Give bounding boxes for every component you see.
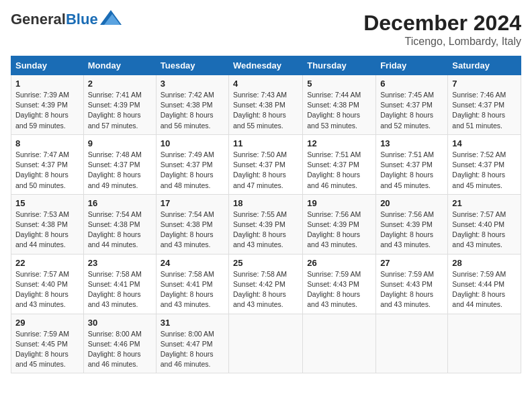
day-number: 27 — [380, 258, 443, 268]
day-info: Sunrise: 8:00 AMSunset: 4:46 PMDaylight:… — [88, 330, 142, 369]
weekday-header: Monday — [83, 56, 156, 75]
day-info: Sunrise: 7:59 AMSunset: 4:44 PMDaylight:… — [452, 270, 506, 309]
calendar-cell: 13 Sunrise: 7:51 AMSunset: 4:37 PMDaylig… — [376, 134, 448, 194]
calendar-cell: 9 Sunrise: 7:48 AMSunset: 4:37 PMDayligh… — [83, 134, 156, 194]
calendar-cell: 7 Sunrise: 7:46 AMSunset: 4:37 PMDayligh… — [448, 75, 521, 135]
calendar-cell: 10 Sunrise: 7:49 AMSunset: 4:37 PMDaylig… — [156, 134, 228, 194]
day-info: Sunrise: 7:41 AMSunset: 4:39 PMDaylight:… — [88, 91, 142, 130]
day-number: 12 — [307, 138, 371, 148]
day-info: Sunrise: 7:57 AMSunset: 4:40 PMDaylight:… — [15, 270, 69, 309]
day-number: 14 — [452, 138, 517, 148]
day-info: Sunrise: 7:49 AMSunset: 4:37 PMDaylight:… — [161, 150, 214, 189]
calendar-cell: 6 Sunrise: 7:45 AMSunset: 4:37 PMDayligh… — [376, 75, 448, 135]
day-info: Sunrise: 7:59 AMSunset: 4:45 PMDaylight:… — [15, 330, 69, 369]
calendar-cell: 29 Sunrise: 7:59 AMSunset: 4:45 PMDaylig… — [11, 314, 84, 373]
calendar-cell: 12 Sunrise: 7:51 AMSunset: 4:37 PMDaylig… — [303, 134, 376, 194]
calendar-cell: 28 Sunrise: 7:59 AMSunset: 4:44 PMDaylig… — [448, 254, 521, 314]
calendar-cell: 21 Sunrise: 7:57 AMSunset: 4:40 PMDaylig… — [448, 194, 521, 254]
day-info: Sunrise: 7:42 AMSunset: 4:38 PMDaylight:… — [161, 91, 214, 130]
calendar-cell — [376, 314, 448, 373]
weekday-header: Sunday — [11, 56, 84, 75]
day-number: 18 — [233, 198, 298, 208]
calendar-week-row: 22 Sunrise: 7:57 AMSunset: 4:40 PMDaylig… — [11, 254, 521, 314]
weekday-header: Wednesday — [229, 56, 303, 75]
day-info: Sunrise: 7:48 AMSunset: 4:37 PMDaylight:… — [88, 150, 142, 189]
day-number: 16 — [88, 198, 152, 208]
day-number: 29 — [15, 318, 79, 328]
calendar-cell: 26 Sunrise: 7:59 AMSunset: 4:43 PMDaylig… — [303, 254, 376, 314]
day-number: 6 — [380, 79, 443, 89]
day-info: Sunrise: 7:52 AMSunset: 4:37 PMDaylight:… — [452, 150, 506, 189]
day-number: 10 — [161, 138, 224, 148]
day-number: 3 — [161, 79, 224, 89]
day-number: 20 — [380, 198, 443, 208]
day-number: 5 — [307, 79, 371, 89]
day-info: Sunrise: 7:44 AMSunset: 4:38 PMDaylight:… — [307, 91, 361, 130]
calendar-cell — [229, 314, 303, 373]
day-number: 22 — [15, 258, 79, 268]
calendar-body: 1 Sunrise: 7:39 AMSunset: 4:39 PMDayligh… — [11, 75, 521, 373]
calendar-cell: 3 Sunrise: 7:42 AMSunset: 4:38 PMDayligh… — [156, 75, 228, 135]
day-number: 1 — [15, 79, 79, 89]
weekday-header: Thursday — [303, 56, 376, 75]
day-number: 23 — [88, 258, 152, 268]
day-number: 17 — [161, 198, 224, 208]
day-number: 25 — [233, 258, 298, 268]
day-info: Sunrise: 7:54 AMSunset: 4:38 PMDaylight:… — [161, 210, 214, 249]
day-info: Sunrise: 7:58 AMSunset: 4:42 PMDaylight:… — [233, 270, 287, 309]
day-number: 15 — [15, 198, 79, 208]
day-number: 2 — [88, 79, 152, 89]
calendar-cell: 20 Sunrise: 7:56 AMSunset: 4:39 PMDaylig… — [376, 194, 448, 254]
calendar-week-row: 15 Sunrise: 7:53 AMSunset: 4:38 PMDaylig… — [11, 194, 521, 254]
calendar-cell: 31 Sunrise: 8:00 AMSunset: 4:47 PMDaylig… — [156, 314, 228, 373]
day-info: Sunrise: 7:46 AMSunset: 4:37 PMDaylight:… — [452, 91, 506, 130]
day-number: 24 — [161, 258, 224, 268]
calendar-week-row: 1 Sunrise: 7:39 AMSunset: 4:39 PMDayligh… — [11, 75, 521, 135]
day-info: Sunrise: 7:58 AMSunset: 4:41 PMDaylight:… — [161, 270, 214, 309]
day-number: 19 — [307, 198, 371, 208]
day-info: Sunrise: 7:59 AMSunset: 4:43 PMDaylight:… — [380, 270, 434, 309]
calendar-cell: 16 Sunrise: 7:54 AMSunset: 4:38 PMDaylig… — [83, 194, 156, 254]
day-number: 13 — [380, 138, 443, 148]
day-number: 30 — [88, 318, 152, 328]
day-info: Sunrise: 7:56 AMSunset: 4:39 PMDaylight:… — [380, 210, 434, 249]
calendar-cell: 4 Sunrise: 7:43 AMSunset: 4:38 PMDayligh… — [229, 75, 303, 135]
day-number: 21 — [452, 198, 517, 208]
logo: GeneralBlue — [11, 11, 122, 28]
calendar-week-row: 8 Sunrise: 7:47 AMSunset: 4:37 PMDayligh… — [11, 134, 521, 194]
logo-blue: Blue — [66, 11, 98, 28]
day-info: Sunrise: 8:00 AMSunset: 4:47 PMDaylight:… — [161, 330, 214, 369]
calendar-cell: 11 Sunrise: 7:50 AMSunset: 4:37 PMDaylig… — [229, 134, 303, 194]
day-number: 4 — [233, 79, 298, 89]
day-number: 9 — [88, 138, 152, 148]
calendar-cell: 5 Sunrise: 7:44 AMSunset: 4:38 PMDayligh… — [303, 75, 376, 135]
day-info: Sunrise: 7:45 AMSunset: 4:37 PMDaylight:… — [380, 91, 434, 130]
calendar-cell: 23 Sunrise: 7:58 AMSunset: 4:41 PMDaylig… — [83, 254, 156, 314]
day-number: 11 — [233, 138, 298, 148]
logo-general: General — [11, 11, 66, 28]
day-info: Sunrise: 7:51 AMSunset: 4:37 PMDaylight:… — [380, 150, 434, 189]
day-number: 7 — [452, 79, 517, 89]
day-number: 28 — [452, 258, 517, 268]
weekday-header: Saturday — [448, 56, 521, 75]
calendar-cell: 1 Sunrise: 7:39 AMSunset: 4:39 PMDayligh… — [11, 75, 84, 135]
day-info: Sunrise: 7:47 AMSunset: 4:37 PMDaylight:… — [15, 150, 69, 189]
calendar-table: SundayMondayTuesdayWednesdayThursdayFrid… — [11, 56, 521, 373]
day-info: Sunrise: 7:43 AMSunset: 4:38 PMDaylight:… — [233, 91, 287, 130]
logo-icon — [100, 10, 122, 25]
title-area: December 2024 Ticengo, Lombardy, Italy — [363, 11, 521, 48]
weekday-header-row: SundayMondayTuesdayWednesdayThursdayFrid… — [11, 56, 521, 75]
month-title: December 2024 — [363, 11, 521, 36]
day-info: Sunrise: 7:39 AMSunset: 4:39 PMDaylight:… — [15, 91, 69, 130]
day-info: Sunrise: 7:53 AMSunset: 4:38 PMDaylight:… — [15, 210, 69, 249]
day-info: Sunrise: 7:56 AMSunset: 4:39 PMDaylight:… — [307, 210, 361, 249]
calendar-cell — [448, 314, 521, 373]
calendar-cell: 25 Sunrise: 7:58 AMSunset: 4:42 PMDaylig… — [229, 254, 303, 314]
day-info: Sunrise: 7:58 AMSunset: 4:41 PMDaylight:… — [88, 270, 142, 309]
day-number: 31 — [161, 318, 224, 328]
calendar-cell: 22 Sunrise: 7:57 AMSunset: 4:40 PMDaylig… — [11, 254, 84, 314]
day-number: 8 — [15, 138, 79, 148]
weekday-header: Tuesday — [156, 56, 228, 75]
calendar-week-row: 29 Sunrise: 7:59 AMSunset: 4:45 PMDaylig… — [11, 314, 521, 373]
day-info: Sunrise: 7:59 AMSunset: 4:43 PMDaylight:… — [307, 270, 361, 309]
